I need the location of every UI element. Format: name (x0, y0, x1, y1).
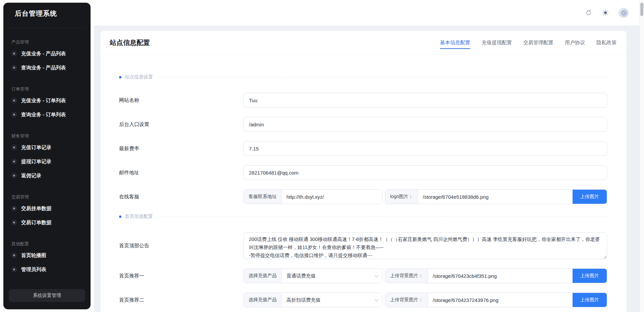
rec1-product-select[interactable]: 普通话费充值 (282, 269, 382, 283)
dashed-divider (157, 77, 607, 77)
sidebar-item-recharge-orders[interactable]: 充值业务 - 订单列表 (3, 93, 91, 108)
section-home-info: 首页信息配置 (119, 213, 607, 220)
sidebar-item-label: 交易订单数据 (21, 220, 51, 226)
sidebar-item-label: 交易挂单数据 (21, 205, 51, 212)
field-label: 首页顶部公告 (119, 243, 244, 249)
row-email: 邮件地址 (119, 165, 607, 180)
rec2-product-select[interactable]: 高折扣话费充值 (282, 293, 382, 307)
row-home-rec2: 首页推荐二 选择充值产品 高折扣话费充值 上传背景图片： 上传图片 (119, 293, 607, 307)
email-input[interactable] (244, 165, 607, 180)
service-url-input[interactable] (282, 190, 382, 204)
chevron-down-icon (375, 298, 378, 301)
row-site-name: 网站名称 (119, 93, 607, 108)
service-url-addon: 客服联系地址 (244, 190, 282, 204)
user-avatar[interactable]: ✓ (619, 8, 629, 18)
field-label: 首页推荐一 (119, 273, 244, 279)
rec1-select-addon: 选择充值产品 (244, 269, 282, 283)
rec1-product-group: 选择充值产品 普通话费充值 (244, 268, 382, 283)
section-label: 首页信息配置 (125, 213, 153, 220)
field-label: 首页推荐二 (119, 297, 244, 303)
site-name-input[interactable] (244, 93, 607, 108)
sidebar-item-label: 首页轮播图 (21, 252, 46, 259)
row-home-rec1: 首页推荐一 选择充值产品 普通话费充值 上传背景图片： 上传图片 (119, 268, 607, 283)
sidebar-item-label: 充值订单记录 (21, 144, 51, 151)
rec2-product-group: 选择充值产品 高折扣话费充值 (244, 293, 382, 307)
rec1-bg-input[interactable] (428, 269, 573, 283)
dashed-divider (157, 216, 607, 217)
section-site-info: 站点信息设置 (119, 74, 607, 80)
menu-group-products: 产品管理 (11, 39, 91, 45)
home-notice-textarea[interactable]: 200话费上线 仅收 移动联通 300移动联通高速！7-8折都高速！（（（石家庄… (244, 232, 607, 259)
section-label: 站点信息设置 (125, 74, 153, 80)
window-scrollbar[interactable] (639, 0, 644, 312)
chevron-down-icon (375, 273, 378, 277)
sidebar-item-label: 充值业务 - 产品列表 (21, 51, 66, 57)
row-latest-rate: 最新费率 (119, 141, 607, 156)
service-url-group: 客服联系地址 (244, 189, 382, 204)
target-icon (11, 65, 17, 70)
check-icon: ✓ (621, 10, 627, 16)
target-icon (11, 173, 17, 178)
sidebar-item-trade-orders[interactable]: 交易订单数据 (3, 215, 91, 230)
menu-group-finance: 财务管理 (11, 133, 91, 139)
menu-group-orders: 订单管理 (11, 86, 91, 92)
upload-rec1-bg-button[interactable]: 上传图片 (573, 269, 607, 283)
bullet-icon (119, 76, 121, 78)
target-icon (11, 145, 17, 150)
scrollbar-thumb[interactable] (640, 3, 643, 16)
field-label: 最新费率 (119, 145, 244, 152)
latest-rate-input[interactable] (244, 141, 607, 156)
tab-user-agreement[interactable]: 用户协议 (565, 40, 585, 49)
logo-path-input[interactable] (418, 190, 573, 204)
app-title: 后台管理系统 (3, 3, 91, 24)
sidebar-item-withdraw-records[interactable]: 提现订单记录 (3, 154, 91, 169)
target-icon (11, 112, 17, 117)
sidebar-item-label: 返佣记录 (21, 173, 41, 179)
sidebar-item-home-carousel[interactable]: 首页轮播图 (3, 248, 91, 262)
sidebar-item-admin-list[interactable]: 管理员列表 (3, 262, 91, 276)
sidebar-item-recharge-products[interactable]: 充值业务 - 产品列表 (3, 47, 91, 61)
tab-privacy-policy[interactable]: 隐私政策 (596, 40, 616, 49)
target-icon (11, 220, 17, 225)
system-settings-button[interactable]: 系统设置管理 (9, 289, 85, 302)
row-online-service: 在线客服 客服联系地址 logo图片： 上传图片 (119, 189, 607, 204)
tab-basic-info[interactable]: 基本信息配置 (440, 40, 470, 49)
target-icon (11, 159, 17, 164)
logo-path-group: logo图片： 上传图片 (385, 189, 607, 204)
sidebar-item-rebate-records[interactable]: 返佣记录 (3, 169, 91, 183)
field-label: 网站名称 (119, 97, 244, 104)
sidebar-item-trade-pending[interactable]: 交易挂单数据 (3, 201, 91, 215)
page-title: 站点信息配置 (110, 38, 150, 47)
config-tabs: 基本信息配置 充值提现配置 交易管理配置 用户协议 隐私政策 (440, 40, 616, 46)
sidebar-item-query-orders[interactable]: 查询业务 - 订单列表 (3, 108, 91, 122)
sidebar-item-label: 提现订单记录 (21, 159, 51, 165)
admin-entry-input[interactable] (244, 117, 607, 132)
bullet-icon (119, 215, 121, 218)
sidebar-item-recharge-records[interactable]: 充值订单记录 (3, 140, 91, 154)
row-home-notice: 首页顶部公告 200话费上线 仅收 移动联通 300移动联通高速！7-8折都高速… (119, 232, 607, 259)
rec2-bg-input[interactable] (428, 293, 573, 307)
theme-toggle-icon[interactable] (602, 9, 609, 16)
sidebar-item-query-products[interactable]: 查询业务 - 产品列表 (3, 61, 91, 75)
tab-trade-manage[interactable]: 交易管理配置 (523, 40, 553, 49)
form-body: 站点信息设置 网站名称 后台入口设置 最新费率 (100, 55, 627, 312)
upload-rec2-bg-button[interactable]: 上传图片 (573, 293, 607, 307)
target-icon (11, 253, 17, 258)
refresh-icon[interactable] (585, 9, 592, 16)
target-icon (11, 206, 17, 211)
card-header: 站点信息配置 基本信息配置 充值提现配置 交易管理配置 用户协议 隐私政策 (100, 31, 627, 55)
field-label: 在线客服 (119, 194, 244, 200)
topbar: ✓ (94, 0, 639, 25)
sidebar-item-label: 查询业务 - 订单列表 (21, 112, 66, 118)
rec1-bg-group: 上传背景图片： 上传图片 (385, 268, 607, 283)
upload-logo-button[interactable]: 上传图片 (573, 190, 607, 204)
field-label: 后台入口设置 (119, 121, 244, 128)
field-label: 邮件地址 (119, 170, 244, 176)
content-area: 站点信息配置 基本信息配置 充值提现配置 交易管理配置 用户协议 隐私政策 站点… (94, 25, 639, 312)
target-icon (11, 98, 17, 103)
selected-value: 普通话费充值 (286, 273, 316, 279)
sidebar-item-label: 查询业务 - 产品列表 (21, 65, 66, 71)
tab-recharge-withdraw[interactable]: 充值提现配置 (482, 40, 512, 49)
sidebar-divider (8, 27, 86, 28)
rec1-bg-addon: 上传背景图片： (385, 269, 428, 283)
